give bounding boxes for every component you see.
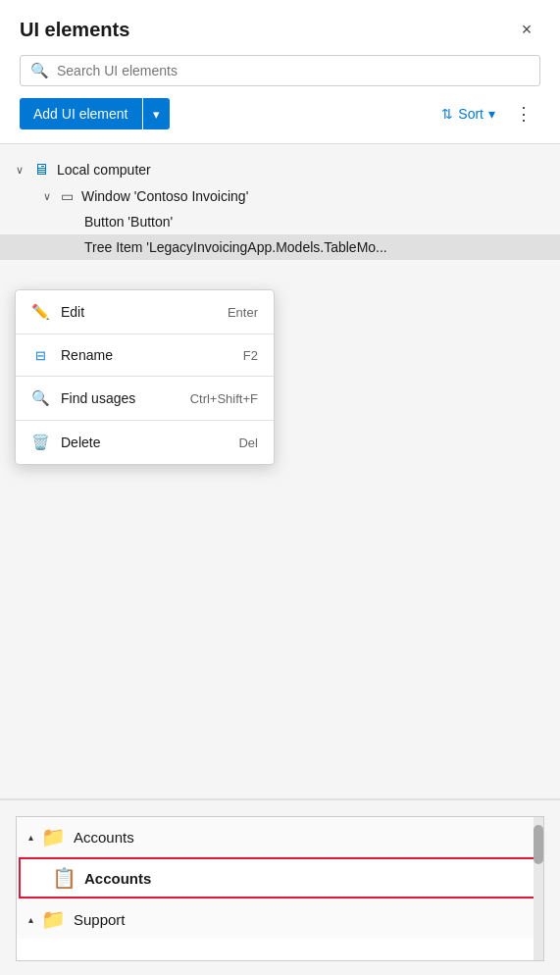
accounts-folder-icon: 📁 [41,825,66,848]
find-usages-shortcut: Ctrl+Shift+F [190,391,258,406]
tree-item-button[interactable]: Button 'Button' [0,209,560,234]
toolbar-right: ⇅ Sort ▾ ⋮ [433,99,540,128]
rename-shortcut: F2 [243,348,258,363]
computer-icon: 🖥 [33,161,49,179]
add-dropdown-button[interactable]: ▾ [143,98,170,129]
add-button-group: Add UI element ▾ [20,98,170,129]
context-divider-3 [16,420,274,421]
tree-item-label: Button 'Button' [84,214,173,230]
context-menu-rename[interactable]: ⊟ Rename F2 [16,338,274,372]
context-divider-1 [16,334,274,334]
app-tree-accounts-folder[interactable]: ▴ 📁 Accounts [17,817,543,857]
app-chevron-accounts: ▴ [28,832,33,843]
sort-button[interactable]: ⇅ Sort ▾ [433,100,503,128]
scrollbar-track[interactable] [534,817,543,960]
edit-icon: ✏️ [31,303,49,321]
tree-item-local-computer[interactable]: ∨ 🖥 Local computer [0,156,560,183]
sort-arrows-icon: ⇅ [441,106,453,122]
edit-shortcut: Enter [228,305,258,320]
ui-elements-panel: UI elements × 🔍 Add UI element ▾ ⇅ Sort … [0,0,560,975]
rename-label: Rename [61,347,113,363]
context-divider-2 [16,376,274,377]
chevron-icon: ∨ [43,190,55,203]
accounts-table-icon: 📋 [52,866,76,890]
rename-icon: ⊟ [31,348,49,363]
app-preview-area: ▴ 📁 Accounts 📋 Accounts ▴ 📁 Support [0,798,560,975]
panel-header: UI elements × 🔍 Add UI element ▾ ⇅ Sort … [0,0,560,144]
tree-item-label: Tree Item 'LegacyInvoicingApp.Models.Tab… [84,239,387,255]
search-icon: 🔍 [30,62,49,79]
sort-label: Sort [458,106,484,122]
delete-label: Delete [61,435,100,450]
app-tree-support-folder[interactable]: ▴ 📁 Support [17,898,543,939]
edit-label: Edit [61,304,84,320]
app-tree-accounts-table[interactable]: 📋 Accounts [19,857,541,898]
search-bar: 🔍 [20,55,540,86]
tree-item-window[interactable]: ∨ ▭ Window 'Contoso Invoicing' [0,183,560,209]
delete-shortcut: Del [238,436,258,450]
window-icon: ▭ [61,188,74,204]
context-menu-edit[interactable]: ✏️ Edit Enter [16,294,274,330]
context-menu: ✏️ Edit Enter ⊟ Rename F2 🔍 Find usages [15,289,275,465]
search-input[interactable] [57,63,530,78]
scrollbar-thumb[interactable] [534,825,543,864]
accounts-folder-label: Accounts [74,829,134,846]
tree-item-label: Window 'Contoso Invoicing' [81,188,248,204]
close-button[interactable]: × [513,16,540,43]
tree-item-treeitem[interactable]: Tree Item 'LegacyInvoicingApp.Models.Tab… [0,234,560,260]
delete-icon: 🗑️ [31,434,49,451]
context-menu-delete[interactable]: 🗑️ Delete Del [16,425,274,460]
find-usages-icon: 🔍 [31,389,49,407]
tree-container: ∨ 🖥 Local computer ∨ ▭ Window 'Contoso I… [0,144,560,272]
support-folder-icon: 📁 [41,907,66,931]
sort-chevron-icon: ▾ [488,106,495,122]
find-usages-label: Find usages [61,390,135,406]
tree-area: ∨ 🖥 Local computer ∨ ▭ Window 'Contoso I… [0,144,560,798]
more-options-button[interactable]: ⋮ [507,99,540,128]
support-folder-label: Support [74,911,126,928]
add-ui-element-button[interactable]: Add UI element [20,98,142,129]
panel-title: UI elements [20,19,129,41]
chevron-icon: ∨ [16,164,27,177]
tree-item-label: Local computer [57,162,151,178]
toolbar: Add UI element ▾ ⇅ Sort ▾ ⋮ [20,98,540,143]
app-chevron-support: ▴ [28,914,33,925]
app-window: ▴ 📁 Accounts 📋 Accounts ▴ 📁 Support [16,816,544,961]
dropdown-arrow-icon: ▾ [153,107,160,122]
accounts-table-label: Accounts [84,870,151,887]
context-menu-find-usages[interactable]: 🔍 Find usages Ctrl+Shift+F [16,381,274,416]
